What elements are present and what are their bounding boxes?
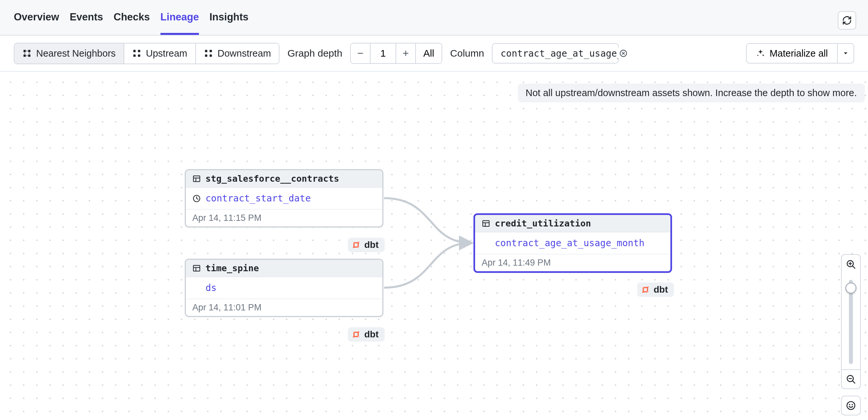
column-filter[interactable]: [492, 43, 619, 63]
svg-rect-3: [28, 55, 31, 57]
materialize-group: Materialize all: [746, 43, 854, 63]
zoom-in-icon: [846, 259, 856, 270]
dbt-icon: [641, 285, 650, 295]
column-label: Column: [450, 48, 484, 59]
svg-point-39: [847, 401, 855, 410]
tab-lineage[interactable]: Lineage: [160, 0, 199, 35]
dbt-badge-label: dbt: [654, 284, 668, 295]
dbt-badge[interactable]: dbt: [348, 237, 385, 252]
zoom-slider-track: [849, 280, 853, 364]
asset-node-credit-utilization[interactable]: credit_utilization contract_age_at_usage…: [473, 213, 672, 273]
zoom-out-icon: [846, 374, 856, 385]
feedback-button[interactable]: [841, 396, 861, 415]
dbt-badge-label: dbt: [364, 240, 379, 250]
asset-node-timestamp: Apr 14, 11:01 PM: [186, 299, 382, 316]
svg-rect-10: [133, 55, 135, 57]
svg-rect-11: [138, 55, 140, 57]
svg-rect-26: [193, 265, 200, 271]
asset-node-column-name: contract_start_date: [206, 193, 311, 204]
dbt-icon: [351, 240, 361, 250]
depth-decrement-button[interactable]: [351, 44, 371, 63]
svg-rect-13: [210, 50, 212, 52]
tab-overview[interactable]: Overview: [14, 0, 59, 35]
lineage-canvas[interactable]: Not all upstream/downstream assets shown…: [0, 72, 868, 420]
column-filter-input[interactable]: [500, 48, 619, 59]
asset-node-timestamp: Apr 14, 11:15 PM: [186, 210, 382, 226]
dbt-icon: [351, 330, 361, 339]
caret-down-icon: [842, 50, 849, 57]
materialize-all-button[interactable]: Materialize all: [746, 43, 837, 63]
svg-rect-8: [133, 50, 135, 52]
graph-icon: [132, 49, 142, 58]
svg-rect-4: [27, 51, 27, 51]
svg-line-37: [852, 381, 855, 383]
svg-rect-29: [483, 221, 489, 226]
asset-node-column-name: contract_age_at_usage_month: [495, 237, 644, 249]
asset-node-title: time_spine: [206, 263, 259, 273]
asset-node-title: credit_utilization: [495, 218, 591, 228]
clear-icon: [619, 49, 628, 58]
svg-point-41: [852, 404, 852, 405]
svg-line-33: [852, 266, 855, 268]
svg-rect-9: [138, 50, 140, 52]
depth-stepper: 1 All: [350, 43, 442, 64]
zoom-out-button[interactable]: [841, 369, 861, 389]
dbt-badge[interactable]: dbt: [637, 282, 674, 297]
svg-point-40: [849, 404, 849, 405]
scope-downstream-button[interactable]: Downstream: [196, 44, 279, 63]
depth-all-button[interactable]: All: [416, 44, 441, 63]
zoom-in-button[interactable]: [841, 254, 861, 274]
svg-rect-7: [29, 53, 30, 54]
clock-icon: [192, 194, 201, 203]
sparkle-icon: [756, 49, 765, 58]
asset-node-column[interactable]: contract_age_at_usage_month: [475, 232, 671, 254]
asset-node-column[interactable]: ds: [186, 277, 382, 299]
scope-nearest-button[interactable]: Nearest Neighbors: [14, 44, 124, 63]
svg-rect-0: [24, 50, 26, 52]
asset-node-time-spine[interactable]: time_spine ds Apr 14, 11:01 PM: [185, 259, 383, 317]
zoom-slider-thumb[interactable]: [845, 282, 857, 293]
table-icon: [192, 264, 201, 273]
top-nav: Overview Events Checks Lineage Insights: [0, 0, 868, 35]
table-icon: [482, 219, 490, 228]
asset-node-column-name: ds: [206, 282, 217, 293]
refresh-button[interactable]: [838, 11, 856, 30]
svg-rect-6: [24, 53, 25, 54]
materialize-all-label: Materialize all: [770, 48, 828, 59]
depth-warning-banner: Not all upstream/downstream assets shown…: [518, 84, 865, 102]
table-icon: [192, 174, 201, 183]
scope-upstream-label: Upstream: [146, 48, 187, 59]
svg-rect-1: [28, 50, 31, 52]
svg-rect-5: [27, 55, 27, 56]
tab-insights[interactable]: Insights: [210, 0, 249, 35]
tab-events[interactable]: Events: [70, 0, 103, 35]
column-filter-clear-button[interactable]: [619, 48, 628, 58]
graph-icon: [204, 49, 213, 58]
asset-node-column[interactable]: contract_start_date: [186, 188, 382, 210]
tab-checks[interactable]: Checks: [114, 0, 150, 35]
scope-downstream-label: Downstream: [218, 48, 271, 59]
asset-node-timestamp: Apr 14, 11:49 PM: [475, 254, 671, 271]
zoom-slider[interactable]: [841, 274, 861, 369]
svg-rect-15: [210, 55, 212, 57]
depth-increment-button[interactable]: [396, 44, 416, 63]
asset-node-header: credit_utilization: [475, 215, 671, 232]
lineage-toolbar: Nearest Neighbors Upstream Downstream Gr…: [0, 35, 868, 72]
scope-segmented: Nearest Neighbors Upstream Downstream: [14, 43, 279, 64]
svg-rect-14: [205, 55, 207, 57]
depth-value: 1: [371, 44, 396, 63]
graph-icon: [22, 49, 32, 58]
materialize-menu-button[interactable]: [837, 43, 854, 63]
asset-node-stg-salesforce-contracts[interactable]: stg_salesforce__contracts contract_start…: [185, 169, 383, 227]
refresh-icon: [842, 16, 852, 25]
svg-rect-2: [24, 55, 26, 57]
smile-icon: [846, 400, 856, 411]
dbt-badge-label: dbt: [364, 329, 379, 340]
scope-nearest-label: Nearest Neighbors: [36, 48, 116, 59]
svg-rect-12: [205, 50, 207, 52]
scope-upstream-button[interactable]: Upstream: [124, 44, 196, 63]
dbt-badge[interactable]: dbt: [348, 327, 385, 342]
asset-node-title: stg_salesforce__contracts: [206, 173, 339, 184]
asset-node-header: stg_salesforce__contracts: [186, 170, 382, 188]
depth-label: Graph depth: [287, 48, 342, 59]
